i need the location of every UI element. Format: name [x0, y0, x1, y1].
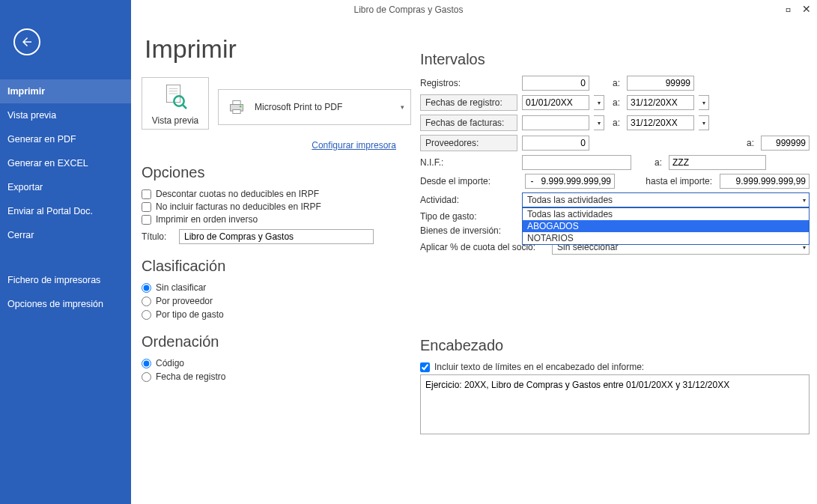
document-preview-icon: [160, 82, 190, 112]
desde-importe-input[interactable]: [525, 174, 615, 189]
nav-imprimir[interactable]: Imprimir: [0, 79, 131, 103]
actividad-dropdown-list: Todas las actividades ABOGADOS NOTARIOS: [522, 207, 810, 245]
fechas-registro-to-input[interactable]: [627, 95, 694, 110]
chevron-down-icon: ▾: [803, 197, 806, 204]
fechas-facturas-to-drop[interactable]: ▾: [699, 115, 709, 130]
tipo-gasto-label: Tipo de gasto:: [420, 211, 517, 222]
a-label: a:: [610, 78, 622, 88]
radio-por-tipo-gasto[interactable]: [142, 310, 151, 320]
nif-from-input[interactable]: [522, 155, 631, 170]
actividad-label: Actividad:: [420, 195, 517, 205]
actividad-option[interactable]: Todas las actividades: [523, 208, 809, 220]
actividad-option[interactable]: ABOGADOS: [523, 220, 809, 232]
registros-to-input[interactable]: [627, 76, 694, 91]
nav-exportar[interactable]: Exportar: [0, 175, 131, 199]
chk-incluir-limites-label: Incluir texto de límites en el encabezad…: [434, 362, 644, 372]
fechas-facturas-from-drop[interactable]: ▾: [594, 115, 604, 130]
printer-name: Microsoft Print to PDF: [255, 102, 342, 112]
nif-to-input[interactable]: [669, 155, 766, 170]
vista-previa-label: Vista previa: [152, 115, 198, 126]
radio-por-tipo-gasto-label: Por tipo de gasto: [156, 309, 224, 320]
svg-point-9: [240, 106, 242, 108]
registros-label: Registros:: [420, 78, 517, 88]
chk-descontar-cuotas-label: Descontar cuotas no deducibles en IRPF: [156, 189, 319, 199]
sidebar: Imprimir Vista previa Generar en PDF Gen…: [0, 0, 131, 504]
radio-sin-clasificar[interactable]: [142, 283, 151, 293]
fechas-registro-to-drop[interactable]: ▾: [699, 95, 709, 110]
fechas-facturas-from-input[interactable]: [522, 115, 589, 130]
configurar-impresora-link[interactable]: Configurar impresora: [142, 140, 396, 151]
nav-generar-excel[interactable]: Generar en EXCEL: [0, 151, 131, 175]
actividad-option[interactable]: NOTARIOS: [523, 232, 809, 244]
a-label: a:: [610, 97, 622, 108]
clasificacion-heading: Clasificación: [142, 258, 411, 275]
radio-sin-clasificar-label: Sin clasificar: [156, 282, 206, 293]
chk-orden-inverso[interactable]: [142, 215, 151, 225]
radio-fecha-registro-label: Fecha de registro: [156, 371, 225, 382]
actividad-select[interactable]: Todas las actividades ▾: [522, 192, 810, 207]
ordenacion-heading: Ordenación: [142, 333, 411, 350]
radio-por-proveedor[interactable]: [142, 297, 151, 306]
chevron-down-icon: ▾: [401, 103, 404, 111]
fechas-facturas-button[interactable]: Fechas de facturas:: [420, 115, 517, 131]
chk-orden-inverso-label: Imprimir en orden inverso: [156, 214, 258, 225]
nav-vista-previa[interactable]: Vista previa: [0, 103, 131, 127]
fechas-facturas-to-input[interactable]: [627, 115, 694, 130]
fechas-registro-from-drop[interactable]: ▾: [594, 95, 604, 110]
fechas-registro-button[interactable]: Fechas de registro:: [420, 94, 517, 111]
a-label: a:: [610, 118, 622, 128]
svg-rect-8: [233, 109, 240, 113]
nif-label: N.I.F.:: [420, 157, 517, 168]
chk-descontar-cuotas[interactable]: [142, 189, 151, 199]
nav-fichero-impresoras[interactable]: Fichero de impresoras: [0, 268, 131, 292]
opciones-heading: Opciones: [142, 164, 411, 181]
hasta-importe-input[interactable]: [720, 174, 810, 189]
desde-importe-label: Desde el importe:: [420, 176, 510, 186]
proveedores-to-input[interactable]: [761, 136, 810, 151]
radio-fecha-registro[interactable]: [142, 372, 151, 382]
hasta-importe-label: hasta el importe:: [619, 176, 715, 186]
nav-cerrar[interactable]: Cerrar: [0, 223, 131, 247]
actividad-selected: Todas las actividades: [527, 195, 613, 205]
a-label: a:: [744, 138, 756, 148]
encabezado-heading: Encabezado: [420, 337, 810, 354]
radio-codigo-label: Código: [156, 358, 184, 368]
radio-codigo[interactable]: [142, 359, 151, 368]
back-button[interactable]: [13, 28, 40, 55]
printer-selector[interactable]: Microsoft Print to PDF ▾: [218, 89, 411, 125]
radio-por-proveedor-label: Por proveedor: [156, 296, 213, 306]
fechas-registro-from-input[interactable]: [522, 95, 589, 110]
nav-enviar-portal[interactable]: Enviar al Portal Doc.: [0, 199, 131, 223]
proveedores-button[interactable]: Proveedores:: [420, 135, 517, 151]
svg-rect-7: [233, 100, 240, 104]
arrow-left-icon: [20, 35, 34, 49]
chk-no-incluir-facturas-label: No incluir facturas no deducibles en IRP…: [156, 201, 321, 212]
encabezado-textarea[interactable]: [420, 374, 810, 434]
page-title: Imprimir: [145, 34, 411, 64]
vista-previa-tile[interactable]: Vista previa: [142, 77, 209, 130]
a-label: a:: [652, 157, 664, 168]
intervalos-heading: Intervalos: [420, 51, 810, 68]
chk-no-incluir-facturas[interactable]: [142, 202, 151, 212]
proveedores-from-input[interactable]: [522, 136, 589, 151]
titulo-label: Título:: [142, 231, 171, 242]
chk-incluir-limites[interactable]: [420, 362, 430, 372]
registros-from-input[interactable]: [522, 76, 589, 91]
nav-opciones-impresion[interactable]: Opciones de impresión: [0, 292, 131, 316]
bienes-inversion-label: Bienes de inversión:: [420, 225, 517, 236]
nav-generar-pdf[interactable]: Generar en PDF: [0, 127, 131, 151]
svg-line-5: [183, 105, 186, 109]
titulo-input[interactable]: [179, 229, 374, 244]
printer-icon: [226, 98, 247, 116]
